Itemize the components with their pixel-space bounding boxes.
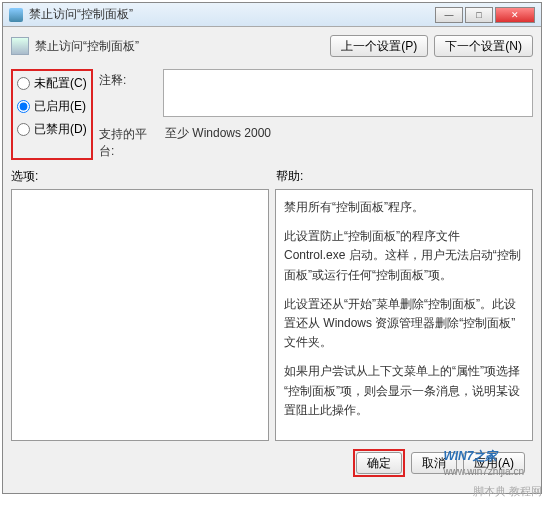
radio-enabled-row: 已启用(E) [17,98,89,115]
prev-setting-button[interactable]: 上一个设置(P) [330,35,428,57]
config-area: 未配置(C) 已启用(E) 已禁用(D) 注释: 支持的平台: [11,69,533,160]
state-radio-group: 未配置(C) 已启用(E) 已禁用(D) [11,69,93,160]
radio-disabled-row: 已禁用(D) [17,121,89,138]
close-button[interactable]: ✕ [495,7,535,23]
radio-disabled-label[interactable]: 已禁用(D) [34,121,87,138]
dialog-window: 禁止访问“控制面板” — □ ✕ 禁止访问“控制面板” 上一个设置(P) 下一个… [2,2,542,494]
maximize-button[interactable]: □ [465,7,493,23]
options-panel [11,189,269,441]
comment-label: 注释: [99,69,159,89]
help-p2: 此设置防止“控制面板”的程序文件 Control.exe 启动。这样，用户无法启… [284,227,524,285]
next-setting-button[interactable]: 下一个设置(N) [434,35,533,57]
minimize-button[interactable]: — [435,7,463,23]
footer: 确定 取消 应用(A) [11,441,533,485]
content-area: 禁止访问“控制面板” 上一个设置(P) 下一个设置(N) 未配置(C) 已启用(… [3,27,541,493]
help-p1: 禁用所有“控制面板”程序。 [284,198,524,217]
app-icon [9,8,23,22]
policy-icon [11,37,29,55]
platform-label: 支持的平台: [99,123,159,160]
help-label: 帮助: [276,168,303,185]
platform-row: 支持的平台: 至少 Windows 2000 [99,123,533,160]
panels: 禁用所有“控制面板”程序。 此设置防止“控制面板”的程序文件 Control.e… [11,189,533,441]
cancel-button[interactable]: 取消 [411,452,457,474]
radio-disabled[interactable] [17,123,30,136]
help-panel: 禁用所有“控制面板”程序。 此设置防止“控制面板”的程序文件 Control.e… [275,189,533,441]
section-labels: 选项: 帮助: [11,168,533,185]
help-p3: 此设置还从“开始”菜单删除“控制面板”。此设置还从 Windows 资源管理器删… [284,295,524,353]
titlebar: 禁止访问“控制面板” — □ ✕ [3,3,541,27]
header-row: 禁止访问“控制面板” 上一个设置(P) 下一个设置(N) [11,35,533,57]
options-label: 选项: [11,168,276,185]
radio-enabled-label[interactable]: 已启用(E) [34,98,86,115]
window-controls: — □ ✕ [435,7,535,23]
platform-value: 至少 Windows 2000 [163,123,533,143]
nav-buttons: 上一个设置(P) 下一个设置(N) [330,35,533,57]
comment-row: 注释: [99,69,533,117]
radio-enabled[interactable] [17,100,30,113]
comment-textarea[interactable] [163,69,533,117]
policy-title: 禁止访问“控制面板” [35,38,330,55]
radio-not-configured[interactable] [17,77,30,90]
ok-highlight: 确定 [353,449,405,477]
radio-not-configured-row: 未配置(C) [17,75,89,92]
radio-not-configured-label[interactable]: 未配置(C) [34,75,87,92]
apply-button[interactable]: 应用(A) [463,452,525,474]
ok-button[interactable]: 确定 [356,452,402,474]
help-p4: 如果用户尝试从上下文菜单上的“属性”项选择“控制面板”项，则会显示一条消息，说明… [284,362,524,420]
fields-column: 注释: 支持的平台: 至少 Windows 2000 [99,69,533,160]
window-title: 禁止访问“控制面板” [29,6,435,23]
